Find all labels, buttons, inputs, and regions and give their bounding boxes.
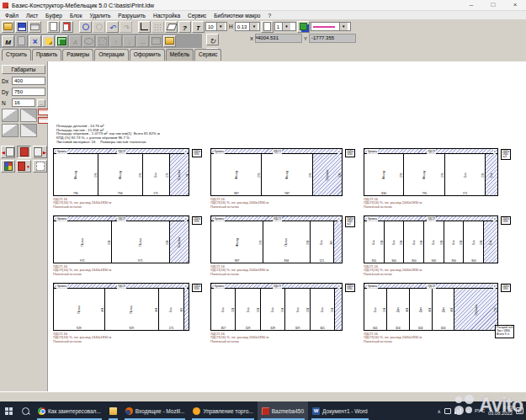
panel-cell[interactable]: Бок301171 <box>159 289 184 330</box>
dy-field[interactable]: 750 <box>12 88 45 96</box>
volume-icon[interactable] <box>465 408 471 414</box>
print-icon[interactable] <box>29 21 41 33</box>
start-button[interactable] <box>0 401 17 420</box>
sheet-number-combo[interactable]: 1▼ <box>274 22 296 31</box>
panel-cell[interactable]: Дно464324 <box>410 289 433 330</box>
sheet-page-icon[interactable] <box>261 21 274 33</box>
image-icon[interactable] <box>56 35 68 47</box>
menu-item-3[interactable]: Буфер <box>45 13 62 19</box>
drawing-canvas[interactable]: Площадь деталей - 14.76 м² Площадь листо… <box>48 61 526 392</box>
maximize-button[interactable]: □ <box>482 0 504 10</box>
panel-cell[interactable]: Бок564329 <box>236 289 260 330</box>
network-icon[interactable] <box>454 408 461 414</box>
line-style-combo[interactable]: ▼ <box>311 22 351 31</box>
panel-cell[interactable]: Бок564357 <box>211 289 236 330</box>
panel-cell[interactable]: Бок564300 <box>444 221 465 263</box>
cutting-sheet-7[interactable]: КромкаЛДСПкПолка464929Полка464929Бок3011… <box>53 283 189 331</box>
more-options-button[interactable]: … <box>37 99 45 107</box>
panel-cell[interactable]: Бок301121 <box>311 221 334 263</box>
panel-sheet-icon[interactable] <box>20 124 37 137</box>
snap-plane-icon[interactable] <box>165 21 178 33</box>
cutting-sheet-8[interactable]: КромкаЛДСПкБок564357Бок564329Бок564329Бо… <box>210 283 343 331</box>
tab-строить[interactable]: Строить <box>2 49 31 61</box>
dx-field[interactable]: 400 <box>12 77 45 85</box>
undo-icon[interactable] <box>106 21 119 33</box>
menu-item-4[interactable]: Блок <box>70 13 82 19</box>
box-down-icon[interactable]: ▼ <box>17 160 31 173</box>
layers-icon[interactable] <box>297 21 310 33</box>
cabinet-open-icon[interactable] <box>2 109 19 122</box>
panel-cell[interactable]: Дно464324 <box>433 289 455 330</box>
panel-cell[interactable]: Фасад596987 <box>262 154 312 195</box>
rotate-view-icon[interactable] <box>206 34 219 45</box>
menu-item-1[interactable]: Файл <box>5 13 19 19</box>
chevron-down-icon[interactable]: ▼ <box>282 23 290 30</box>
panel-cell[interactable]: Фасад596987 <box>211 154 262 195</box>
sheet-template-icon[interactable] <box>61 21 73 33</box>
cube-color-icon[interactable] <box>1 160 15 173</box>
panel-cell[interactable]: Бок564329 <box>285 289 310 330</box>
box-wire-icon[interactable] <box>33 160 47 173</box>
cabinet-assembled-icon[interactable] <box>20 109 37 122</box>
panel-cell[interactable]: Бок564300 <box>404 221 424 263</box>
tab-править[interactable]: Править <box>32 49 61 61</box>
menu-item-6[interactable]: Разрушить <box>118 13 146 19</box>
chevron-down-icon[interactable]: ▼ <box>339 23 348 30</box>
panel-cell[interactable]: Бок564301 <box>364 289 387 330</box>
materials-icon[interactable] <box>2 35 14 47</box>
panel-cell[interactable]: Дно464324 <box>387 289 410 330</box>
font-height-icon[interactable] <box>192 21 205 33</box>
taskbar-item-3[interactable]: Входящие - Mozill... <box>121 401 189 420</box>
panel-cell[interactable]: Фасад596987 <box>211 221 263 263</box>
panel-cell[interactable]: Бок564301 <box>311 289 335 330</box>
taskbar-item-1[interactable]: Как заинтересовал... <box>34 401 105 420</box>
box-selected-icon[interactable] <box>17 146 31 158</box>
tab-оформить[interactable]: Оформить <box>130 49 165 61</box>
tab-размеры[interactable]: Размеры <box>62 49 93 61</box>
save-icon[interactable] <box>15 21 28 33</box>
taskbar-item-4[interactable]: Управление торго... <box>189 401 257 420</box>
panel-cell[interactable]: Фасад596795 <box>404 154 445 195</box>
zoom-in-icon[interactable] <box>79 21 92 33</box>
chevron-down-icon[interactable]: ▼ <box>216 23 225 30</box>
taskbar-clock[interactable]: 8:03 03.08.2022 <box>488 405 513 416</box>
panel-cell[interactable]: Бок564300 <box>464 221 484 263</box>
close-button[interactable]: × <box>504 0 526 10</box>
cabinet-front-icon[interactable] <box>2 124 19 137</box>
open-folder-icon[interactable] <box>2 21 14 33</box>
box-right-icon[interactable]: ▶ <box>33 146 47 158</box>
panel-cell[interactable]: Фасад596796 <box>98 154 143 195</box>
panel-cell[interactable]: Бок564300 <box>385 221 405 263</box>
menu-item-7[interactable]: Настройка <box>153 13 180 19</box>
cutting-sheet-5[interactable]: КромкаЛДСПкФасад596987Полка564834Бок3011… <box>210 215 343 263</box>
taskbar-search-button[interactable] <box>17 401 34 420</box>
tab-операции[interactable]: Операции <box>94 49 128 61</box>
panel-cell[interactable]: Фасад596830 <box>364 154 404 195</box>
note-icon[interactable] <box>42 35 55 47</box>
taskbar-item-5[interactable]: Bazmeba450 <box>258 401 308 420</box>
delete-element-icon[interactable] <box>29 35 41 47</box>
panel-cell[interactable]: Полка564971 <box>112 221 170 263</box>
panel-cell[interactable]: Бок570171 <box>143 154 170 195</box>
panel-cell[interactable]: Полка464929 <box>54 289 105 330</box>
cutting-sheet-3[interactable]: КромкаЛДСПкФасад596830Фасад596795Бок5201… <box>364 148 498 196</box>
tray-chevron-icon[interactable]: ∧ <box>438 408 441 414</box>
taskbar-item-6[interactable]: WДокумент1 - Word <box>308 401 372 420</box>
menu-item-10[interactable]: ? <box>268 13 271 19</box>
n-field[interactable]: 16 <box>12 98 35 107</box>
panel-cell[interactable]: Бок564301 <box>364 221 385 263</box>
box-left-icon[interactable]: ◀ <box>1 146 15 158</box>
new-sheet-icon[interactable] <box>47 21 60 33</box>
panel-cell[interactable]: Фасад596796 <box>54 154 98 195</box>
x-coord-value[interactable]: 4004.531 <box>255 34 302 43</box>
minimize-button[interactable]: – <box>460 0 482 10</box>
taskbar-item-2[interactable] <box>105 401 121 420</box>
text-height-combo[interactable]: 10▼ <box>205 22 227 31</box>
chevron-down-icon[interactable]: ▼ <box>249 23 258 30</box>
cutting-sheet-4[interactable]: КромкаЛДСПкПолка564971Полка564971Остаток <box>53 215 189 263</box>
tablet-icon[interactable] <box>444 408 451 414</box>
help-icon[interactable] <box>178 21 191 33</box>
tab-сервис[interactable]: Сервис <box>194 49 221 61</box>
menu-item-8[interactable]: Сервис <box>188 13 206 19</box>
language-indicator[interactable]: РУС <box>475 408 485 413</box>
